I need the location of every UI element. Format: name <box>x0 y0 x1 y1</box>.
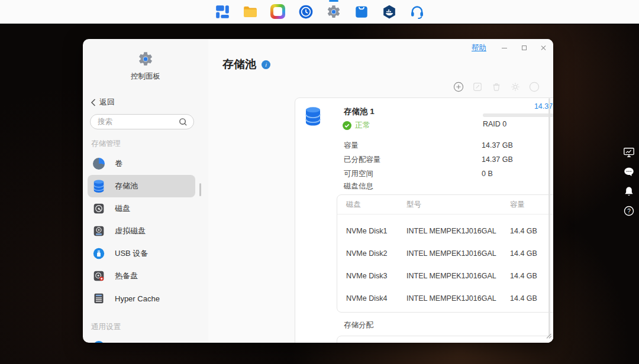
control-panel-window: 帮助 控制面板 返回 存储管理卷存储池磁盘虚拟磁盘 <box>83 39 553 343</box>
sidebar-item-label: 卷 <box>115 158 122 169</box>
pool-capacity-line: 14.37 GB / 14.37 GB <box>483 102 553 110</box>
notifications-button[interactable] <box>623 186 635 197</box>
pool-used: 14.37 GB <box>534 102 553 110</box>
add-button[interactable] <box>453 82 464 92</box>
ssd-cache-icon <box>92 291 105 306</box>
sidebar: 控制面板 返回 存储管理卷存储池磁盘虚拟磁盘USB 设备热备盘Hyper Cac… <box>83 39 208 343</box>
control-panel-gear-icon <box>137 51 154 70</box>
control-panel-icon <box>326 4 341 20</box>
detail-value: 0 B <box>482 170 553 178</box>
pool-raid-level: RAID 0 <box>483 120 506 128</box>
pool-usage-bar <box>483 113 553 117</box>
hot-spare-icon <box>92 269 105 283</box>
pool-detail-row: 已分配容量14.37 GB <box>337 152 553 167</box>
dock-item-docker[interactable] <box>382 4 397 20</box>
main-content: 存储池 i 存储池 1 正常 14.37 GB / 14.37 GB RAID … <box>208 39 553 343</box>
dock-item-app-center[interactable] <box>354 4 369 20</box>
sidebar-item-label: 热备盘 <box>115 271 138 281</box>
chevron-left-icon <box>91 99 96 106</box>
system-monitor-icon <box>623 147 635 158</box>
disk-table-row[interactable]: NVMe Disk1INTEL MEMPEK1J016GAL14.4 GB正常 <box>337 220 553 242</box>
detail-value: 14.37 GB <box>482 155 553 164</box>
top-dock <box>0 0 639 24</box>
info-icon[interactable]: i <box>262 60 270 69</box>
sidebar-item-disk[interactable]: 磁盘 <box>88 197 195 220</box>
sidebar-scrollbar[interactable] <box>199 183 201 196</box>
table-cell: NVMe Disk2 <box>346 249 406 258</box>
generic-blue-icon <box>92 340 105 343</box>
dock-item-gallery[interactable] <box>270 4 286 20</box>
disk-table-header: 磁盘型号容量状态 <box>337 195 553 214</box>
sidebar-section-label: 通用设置 <box>88 318 195 336</box>
disk-table: 磁盘型号容量状态 NVMe Disk1INTEL MEMPEK1J016GAL1… <box>337 194 553 313</box>
sidebar-item-hot-spare[interactable]: 热备盘 <box>88 265 195 287</box>
dock-item-desktop-apps[interactable] <box>215 4 230 20</box>
pool-detail-row: 可用空间0 B <box>337 167 553 181</box>
usb-icon <box>92 246 105 261</box>
app-header: 控制面板 <box>83 51 208 82</box>
backup-icon <box>298 4 314 20</box>
close-button[interactable] <box>534 41 553 55</box>
maximize-button[interactable] <box>514 41 534 55</box>
help-button[interactable]: ? <box>623 205 635 217</box>
dock-item-backup[interactable] <box>298 4 314 20</box>
column-header: 磁盘 <box>346 200 406 210</box>
pool-status-text: 正常 <box>355 120 370 131</box>
content-scrollbar[interactable] <box>548 98 550 336</box>
table-cell: INTEL MEMPEK1J016GAL <box>406 249 510 258</box>
column-header: 容量 <box>510 200 553 210</box>
sidebar-item-label: Hyper Cache <box>115 294 160 303</box>
delete-button[interactable] <box>491 82 502 92</box>
table-cell: NVMe Disk1 <box>346 227 406 235</box>
column-header: 型号 <box>406 200 510 210</box>
table-cell: INTEL MEMPEK1J016GAL <box>406 272 510 280</box>
edit-icon <box>472 82 483 92</box>
sidebar-item-hyper-cache[interactable]: Hyper Cache <box>88 287 195 310</box>
sidebar-item-usb-devices[interactable]: USB 设备 <box>88 242 195 265</box>
desktop-side-icons: ? <box>623 147 635 217</box>
resize-handle[interactable] <box>544 330 551 341</box>
sidebar-item-virtual-disk[interactable]: 虚拟磁盘 <box>88 220 195 242</box>
table-cell: 14.4 GB <box>510 294 553 303</box>
detail-label: 容量 <box>337 141 482 151</box>
dock-item-control-panel[interactable] <box>326 4 341 20</box>
desktop-apps-icon <box>215 4 230 20</box>
storage-pool-db-icon <box>92 179 105 193</box>
disk-table-row[interactable]: NVMe Disk4INTEL MEMPEK1J016GAL14.4 GB正常 <box>337 287 553 310</box>
help-link[interactable]: 帮助 <box>472 43 486 53</box>
messages-button[interactable] <box>623 166 635 178</box>
virtual-disk-icon <box>92 224 105 238</box>
remote-support-icon <box>409 4 425 20</box>
svg-text:?: ? <box>627 208 631 214</box>
search-icon <box>179 118 188 126</box>
disk-info-title: 磁盘信息 <box>337 181 373 191</box>
pool-details: 容量14.37 GB已分配容量14.37 GB可用空间0 B <box>337 138 553 181</box>
minimize-button[interactable] <box>495 41 514 55</box>
dock-item-remote-support[interactable] <box>409 4 425 20</box>
disk-table-row[interactable]: NVMe Disk2INTEL MEMPEK1J016GAL14.4 GB正常 <box>337 242 553 265</box>
active-indicator <box>329 0 338 2</box>
table-cell: INTEL MEMPEK1J016GAL <box>406 294 510 303</box>
table-cell: NVMe Disk4 <box>346 294 406 303</box>
dock-item-file-manager[interactable] <box>243 4 258 20</box>
sidebar-item-label: USB 设备 <box>115 248 148 259</box>
minimize-icon <box>502 48 507 48</box>
disk-table-row[interactable]: NVMe Disk3INTEL MEMPEK1J016GAL14.4 GB正常 <box>337 265 553 287</box>
more-button[interactable] <box>529 82 540 92</box>
edit-button[interactable] <box>472 82 483 92</box>
settings-button[interactable] <box>510 82 521 92</box>
delete-icon <box>491 82 502 92</box>
system-monitor-button[interactable] <box>623 147 635 158</box>
search-box <box>90 114 194 129</box>
storage-pool-icon <box>304 106 322 129</box>
page-title: 存储池 <box>222 57 256 72</box>
sidebar-nav: 存储管理卷存储池磁盘虚拟磁盘USB 设备热备盘Hyper Cache通用设置 <box>88 135 195 343</box>
table-cell: INTEL MEMPEK1J016GAL <box>406 227 510 235</box>
back-button[interactable]: 返回 <box>91 97 115 108</box>
sidebar-item-storage-pool[interactable]: 存储池 <box>88 175 195 197</box>
sidebar-item-volume[interactable]: 卷 <box>88 152 195 175</box>
sidebar-item-general-first[interactable] <box>88 336 195 343</box>
gallery-icon <box>270 4 285 19</box>
search-input[interactable] <box>96 117 179 126</box>
notifications-icon <box>623 186 635 197</box>
